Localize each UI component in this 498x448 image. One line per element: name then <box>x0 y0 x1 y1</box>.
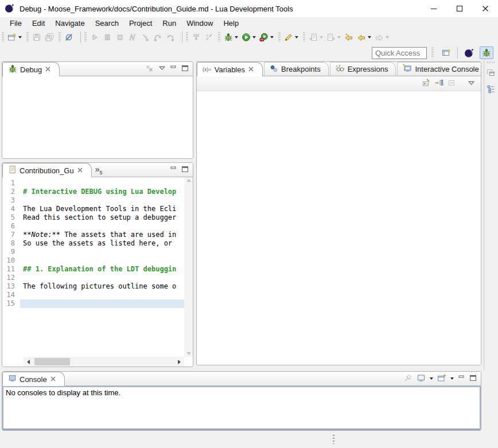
menu-item-navigate[interactable]: Navigate <box>50 18 90 29</box>
disconnect-button[interactable] <box>126 31 139 44</box>
debug-perspective-button[interactable] <box>480 46 493 59</box>
maximize-view-button[interactable] <box>181 65 189 73</box>
save-all-button[interactable] <box>43 31 56 44</box>
menu-item-project[interactable]: Project <box>124 18 157 29</box>
maximize-view-button[interactable] <box>469 375 477 383</box>
toolbar-drag-handle[interactable] <box>431 48 434 58</box>
menu-item-file[interactable]: File <box>5 18 27 29</box>
scroll-right-arrow[interactable] <box>174 357 184 367</box>
editor-line-9[interactable]: 9 <box>2 248 184 256</box>
show-logical-structures-button[interactable] <box>434 78 443 89</box>
new-wizard-button[interactable] <box>6 31 24 44</box>
editor-horizontal-scrollbar[interactable] <box>24 357 184 367</box>
pencil-tool-button[interactable] <box>282 31 300 44</box>
previous-annotation-button[interactable] <box>307 31 325 44</box>
toolbar-drag-handle[interactable] <box>278 32 281 42</box>
tab-expressions[interactable]: xy Expressions <box>330 62 396 76</box>
debug-view-content[interactable] <box>2 76 193 158</box>
editor-text-area[interactable]: 12# Interactive DEBUG using Lua Develop3… <box>2 177 184 357</box>
menu-item-window[interactable]: Window <box>181 18 218 29</box>
scroll-left-arrow[interactable] <box>24 357 33 367</box>
editor-line-3[interactable]: 3 <box>2 196 184 205</box>
lua-perspective-button[interactable] <box>462 46 476 59</box>
window-maximize-button[interactable] <box>446 0 472 17</box>
editor-line-12[interactable]: 12 <box>2 274 184 282</box>
terminate-button[interactable] <box>114 31 126 44</box>
run-external-dropdown[interactable] <box>270 36 274 38</box>
toolbar-drag-handle[interactable] <box>26 32 29 42</box>
editor-line-10[interactable]: 10 <box>2 256 184 265</box>
editor-line-8[interactable]: 8So use the assets as listed here, or <box>2 239 184 248</box>
menu-item-run[interactable]: Run <box>157 18 181 29</box>
drop-to-frame-button[interactable] <box>190 31 203 44</box>
editor-vertical-scrollbar[interactable] <box>184 177 193 357</box>
remove-all-terminated-button[interactable] <box>145 64 154 75</box>
minimize-view-button[interactable] <box>170 65 177 73</box>
editor-line-13[interactable]: 13The following pictures outline some o <box>2 282 184 291</box>
tab-console[interactable]: Console <box>2 372 65 386</box>
editor-line-11[interactable]: 11## 1. Explanation of the LDT debuggin <box>2 265 184 274</box>
editor-line-14[interactable]: 14 <box>2 291 184 299</box>
editor-line-1[interactable]: 1 <box>2 179 184 188</box>
editor-line-5[interactable]: 5Read this section to setup a debugger <box>2 213 184 222</box>
display-console-dropdown[interactable] <box>430 377 433 380</box>
collapse-all-button[interactable] <box>447 78 456 89</box>
run-button[interactable] <box>240 31 258 44</box>
editor-line-7[interactable]: 7**Note:** The assets that are used in <box>2 231 184 239</box>
editor-line-2[interactable]: 2# Interactive DEBUG using Lua Develop <box>2 188 184 196</box>
minimize-view-button[interactable] <box>170 166 177 174</box>
open-perspective-button[interactable] <box>439 46 453 59</box>
window-close-button[interactable] <box>472 0 498 17</box>
step-over-button[interactable] <box>151 31 164 44</box>
tab-close-icon[interactable] <box>50 375 56 384</box>
tab-contribution-guide[interactable]: Contribution_Gu <box>2 163 92 177</box>
scrollbar-thumb[interactable] <box>34 358 70 365</box>
pencil-tool-dropdown[interactable] <box>295 36 298 38</box>
status-drag-handle[interactable] <box>333 435 334 444</box>
use-step-filters-button[interactable] <box>203 31 215 44</box>
save-button[interactable] <box>30 31 43 44</box>
menu-item-help[interactable]: Help <box>218 18 244 29</box>
view-menu-button[interactable] <box>158 64 166 73</box>
step-return-button[interactable] <box>164 31 177 44</box>
run-dropdown[interactable] <box>252 36 256 38</box>
debug-dropdown[interactable] <box>235 36 238 38</box>
minimize-view-button[interactable] <box>458 375 465 383</box>
step-into-button[interactable] <box>139 31 151 44</box>
tab-breakpoints[interactable]: Breakpoints <box>264 62 329 76</box>
scroll-up-arrow[interactable] <box>186 179 191 182</box>
variables-view-content[interactable] <box>197 91 481 365</box>
menu-item-search[interactable]: Search <box>90 18 124 29</box>
forward-dropdown[interactable] <box>386 36 389 38</box>
scrollbar-track[interactable] <box>33 357 174 367</box>
back-button[interactable] <box>355 31 373 44</box>
pin-console-button[interactable] <box>403 373 413 384</box>
toolbar-drag-handle[interactable] <box>186 32 188 42</box>
editor-line-4[interactable]: 4The Lua Development Tools in the Ecli <box>2 205 184 213</box>
maximize-view-button[interactable] <box>181 166 189 174</box>
skip-breakpoints-button[interactable] <box>63 31 75 44</box>
suspend-button[interactable] <box>101 31 114 44</box>
toolbar-drag-handle[interactable] <box>2 32 4 42</box>
tab-debug[interactable]: Debug <box>2 62 60 76</box>
menu-item-edit[interactable]: Edit <box>27 18 50 29</box>
show-type-names-button[interactable]: x <box>422 78 431 89</box>
editor-line-15[interactable]: 15 <box>2 299 184 308</box>
toolbar-drag-handle[interactable] <box>84 32 87 42</box>
open-console-dropdown[interactable] <box>450 377 454 380</box>
scroll-down-arrow[interactable] <box>186 352 191 355</box>
next-annotation-button[interactable] <box>325 31 343 44</box>
back-dropdown[interactable] <box>368 36 371 38</box>
last-edit-location-button[interactable] <box>343 31 355 44</box>
debug-button[interactable] <box>222 31 240 44</box>
tab-close-icon[interactable] <box>45 65 51 74</box>
previous-annotation-dropdown[interactable] <box>320 36 323 38</box>
editor-overflow-chevron[interactable]: »5 <box>92 165 106 176</box>
editor-line-6[interactable]: 6 <box>2 222 184 231</box>
trim-drag-handle[interactable] <box>487 61 495 63</box>
outline-view-button[interactable] <box>487 84 496 95</box>
tab-close-icon[interactable] <box>77 166 83 175</box>
toolbar-drag-handle[interactable] <box>218 32 220 42</box>
tab-close-icon[interactable] <box>248 65 254 74</box>
tab-variables[interactable]: (x)= Variables <box>197 62 263 76</box>
